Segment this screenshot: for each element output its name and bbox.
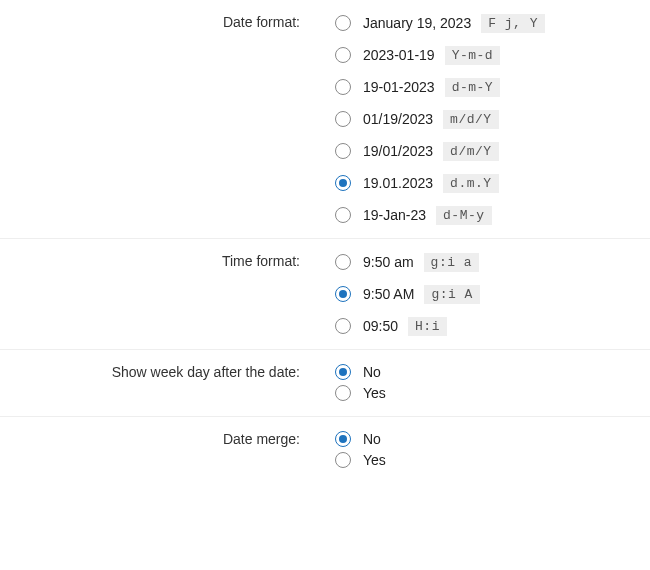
format-code-badge: d-M-y: [436, 206, 492, 225]
time-format-radio[interactable]: [335, 286, 351, 302]
option-line: 9:50 amg:i a: [335, 251, 650, 273]
format-code-badge: H:i: [408, 317, 447, 336]
option-line: No: [335, 362, 650, 382]
option-line: 9:50 AMg:i A: [335, 283, 650, 305]
option-line: 2023-01-19Y-m-d: [335, 44, 650, 66]
option-line: January 19, 2023F j, Y: [335, 12, 650, 34]
option-text: January 19, 2023: [363, 15, 471, 31]
date-format-radio[interactable]: [335, 143, 351, 159]
format-code-badge: d.m.Y: [443, 174, 499, 193]
option-text: 19/01/2023: [363, 143, 433, 159]
date-merge-radio[interactable]: [335, 431, 351, 447]
format-code-badge: g:i A: [424, 285, 480, 304]
date-format-radio[interactable]: [335, 15, 351, 31]
option-text: 19-01-2023: [363, 79, 435, 95]
option-text: No: [363, 364, 381, 380]
date-format-radio[interactable]: [335, 207, 351, 223]
format-code-badge: Y-m-d: [445, 46, 501, 65]
option-text: 19-Jan-23: [363, 207, 426, 223]
option-text: 2023-01-19: [363, 47, 435, 63]
date-format-radio[interactable]: [335, 111, 351, 127]
option-text: No: [363, 431, 381, 447]
format-code-badge: m/d/Y: [443, 110, 499, 129]
time-format-radio[interactable]: [335, 318, 351, 334]
show-week-day-radio[interactable]: [335, 385, 351, 401]
option-line: No: [335, 429, 650, 449]
show-week-day-radio[interactable]: [335, 364, 351, 380]
setting-label: Date merge:: [0, 429, 315, 471]
format-code-badge: F j, Y: [481, 14, 545, 33]
option-text: 09:50: [363, 318, 398, 334]
setting-label: Date format:: [0, 12, 315, 226]
setting-label: Time format:: [0, 251, 315, 337]
option-line: Yes: [335, 450, 650, 470]
date-format-radio[interactable]: [335, 79, 351, 95]
options-col: NoYes: [315, 362, 650, 404]
setting-row-time-format: Time format:9:50 amg:i a9:50 AMg:i A09:5…: [0, 239, 650, 350]
format-code-badge: d-m-Y: [445, 78, 501, 97]
option-line: 09:50H:i: [335, 315, 650, 337]
format-code-badge: d/m/Y: [443, 142, 499, 161]
options-col: 9:50 amg:i a9:50 AMg:i A09:50H:i: [315, 251, 650, 337]
option-text: 9:50 am: [363, 254, 414, 270]
option-line: 01/19/2023m/d/Y: [335, 108, 650, 130]
option-line: 19-Jan-23d-M-y: [335, 204, 650, 226]
time-format-radio[interactable]: [335, 254, 351, 270]
date-merge-radio[interactable]: [335, 452, 351, 468]
option-line: Yes: [335, 383, 650, 403]
option-line: 19.01.2023d.m.Y: [335, 172, 650, 194]
date-format-radio[interactable]: [335, 47, 351, 63]
date-format-radio[interactable]: [335, 175, 351, 191]
options-col: NoYes: [315, 429, 650, 471]
setting-row-date-merge: Date merge:NoYes: [0, 417, 650, 483]
options-col: January 19, 2023F j, Y2023-01-19Y-m-d19-…: [315, 12, 650, 226]
option-text: 9:50 AM: [363, 286, 414, 302]
option-line: 19-01-2023d-m-Y: [335, 76, 650, 98]
setting-label: Show week day after the date:: [0, 362, 315, 404]
option-text: Yes: [363, 452, 386, 468]
format-code-badge: g:i a: [424, 253, 480, 272]
setting-row-show-week-day: Show week day after the date:NoYes: [0, 350, 650, 417]
option-line: 19/01/2023d/m/Y: [335, 140, 650, 162]
option-text: Yes: [363, 385, 386, 401]
option-text: 01/19/2023: [363, 111, 433, 127]
setting-row-date-format: Date format:January 19, 2023F j, Y2023-0…: [0, 0, 650, 239]
option-text: 19.01.2023: [363, 175, 433, 191]
